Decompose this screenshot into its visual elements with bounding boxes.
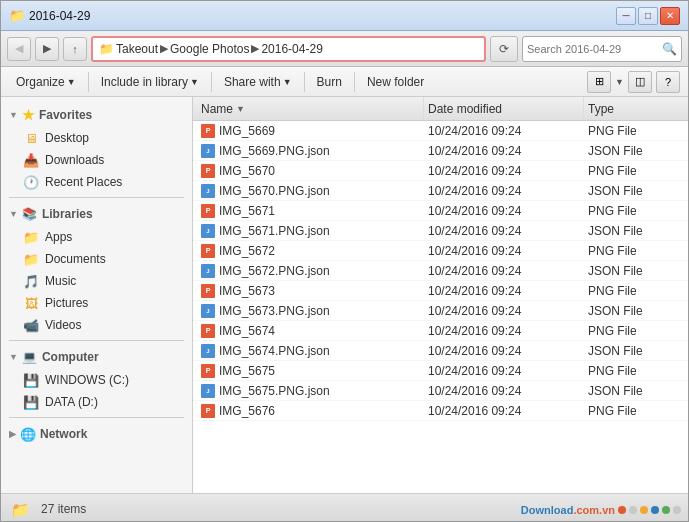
file-name: IMG_5673 <box>219 284 275 298</box>
col-name-sort-icon: ▼ <box>236 104 245 114</box>
file-name-cell: PIMG_5676 <box>197 404 424 418</box>
search-icon: 🔍 <box>662 42 677 56</box>
col-header-name[interactable]: Name ▼ <box>197 97 424 120</box>
col-modified-label: Date modified <box>428 102 502 116</box>
search-box[interactable]: 🔍 <box>522 36 682 62</box>
sidebar-item-data-d-label: DATA (D:) <box>45 395 98 409</box>
help-button[interactable]: ? <box>656 71 680 93</box>
toolbar-separator-1 <box>88 72 89 92</box>
status-item-count: 27 items <box>41 502 86 516</box>
sidebar-divider-3 <box>9 417 184 418</box>
table-row[interactable]: PIMG_5670 10/24/2016 09:24 PNG File <box>193 161 688 181</box>
json-icon: J <box>201 224 215 238</box>
path-part-3[interactable]: 2016-04-29 <box>261 42 322 56</box>
file-name: IMG_5670 <box>219 164 275 178</box>
table-row[interactable]: PIMG_5676 10/24/2016 09:24 PNG File <box>193 401 688 421</box>
network-icon: 🌐 <box>20 426 36 442</box>
sidebar-item-desktop-label: Desktop <box>45 131 89 145</box>
table-row[interactable]: JIMG_5675.PNG.json 10/24/2016 09:24 JSON… <box>193 381 688 401</box>
col-name-label: Name <box>201 102 233 116</box>
sidebar-item-recent-places[interactable]: 🕐 Recent Places <box>1 171 192 193</box>
file-type-cell: PNG File <box>584 124 684 138</box>
sidebar-item-windows-c[interactable]: 💾 WINDOWS (C:) <box>1 369 192 391</box>
file-type-cell: JSON File <box>584 264 684 278</box>
dot-2 <box>629 506 637 514</box>
table-row[interactable]: PIMG_5671 10/24/2016 09:24 PNG File <box>193 201 688 221</box>
title-bar-left: 📁 2016-04-29 <box>9 8 90 23</box>
sidebar-favorites-header[interactable]: ▼ ★ Favorites <box>1 103 192 127</box>
table-row[interactable]: JIMG_5674.PNG.json 10/24/2016 09:24 JSON… <box>193 341 688 361</box>
file-type-cell: JSON File <box>584 384 684 398</box>
address-path[interactable]: 📁 Takeout ▶ Google Photos ▶ 2016-04-29 <box>91 36 486 62</box>
table-row[interactable]: JIMG_5671.PNG.json 10/24/2016 09:24 JSON… <box>193 221 688 241</box>
burn-label: Burn <box>317 75 342 89</box>
back-button[interactable]: ◀ <box>7 37 31 61</box>
table-row[interactable]: JIMG_5672.PNG.json 10/24/2016 09:24 JSON… <box>193 261 688 281</box>
json-icon: J <box>201 344 215 358</box>
file-name-cell: PIMG_5675 <box>197 364 424 378</box>
sidebar-item-apps[interactable]: 📁 Apps <box>1 226 192 248</box>
file-modified-cell: 10/24/2016 09:24 <box>424 244 584 258</box>
table-row[interactable]: JIMG_5669.PNG.json 10/24/2016 09:24 JSON… <box>193 141 688 161</box>
sidebar-libraries-header[interactable]: ▼ 📚 Libraries <box>1 202 192 226</box>
table-row[interactable]: PIMG_5675 10/24/2016 09:24 PNG File <box>193 361 688 381</box>
preview-pane-button[interactable]: ◫ <box>628 71 652 93</box>
dot-6 <box>673 506 681 514</box>
forward-button[interactable]: ▶ <box>35 37 59 61</box>
pictures-folder-icon: 🖼 <box>23 295 39 311</box>
sidebar-item-downloads[interactable]: 📥 Downloads <box>1 149 192 171</box>
file-name-cell: PIMG_5672 <box>197 244 424 258</box>
png-icon: P <box>201 284 215 298</box>
path-part-1[interactable]: Takeout <box>116 42 158 56</box>
title-bar-controls: ─ □ ✕ <box>616 7 680 25</box>
organize-button[interactable]: Organize ▼ <box>9 72 83 92</box>
file-name-cell: JIMG_5674.PNG.json <box>197 344 424 358</box>
path-part-2[interactable]: Google Photos <box>170 42 249 56</box>
network-label: Network <box>40 427 87 441</box>
col-type-label: Type <box>588 102 614 116</box>
col-header-type[interactable]: Type <box>584 97 684 120</box>
sidebar-item-desktop[interactable]: 🖥 Desktop <box>1 127 192 149</box>
sidebar-computer-section: ▼ 💻 Computer 💾 WINDOWS (C:) 💾 DATA (D:) <box>1 345 192 413</box>
new-folder-button[interactable]: New folder <box>360 72 431 92</box>
sidebar-favorites-section: ▼ ★ Favorites 🖥 Desktop 📥 Downloads 🕐 Re… <box>1 103 192 193</box>
table-row[interactable]: JIMG_5673.PNG.json 10/24/2016 09:24 JSON… <box>193 301 688 321</box>
sidebar-computer-header[interactable]: ▼ 💻 Computer <box>1 345 192 369</box>
table-row[interactable]: PIMG_5674 10/24/2016 09:24 PNG File <box>193 321 688 341</box>
file-name: IMG_5674 <box>219 324 275 338</box>
include-library-button[interactable]: Include in library ▼ <box>94 72 206 92</box>
share-with-button[interactable]: Share with ▼ <box>217 72 299 92</box>
minimize-button[interactable]: ─ <box>616 7 636 25</box>
table-row[interactable]: PIMG_5673 10/24/2016 09:24 PNG File <box>193 281 688 301</box>
table-row[interactable]: PIMG_5669 10/24/2016 09:24 PNG File <box>193 121 688 141</box>
file-name: IMG_5669 <box>219 124 275 138</box>
file-type-cell: PNG File <box>584 204 684 218</box>
window-title: 2016-04-29 <box>29 9 90 23</box>
file-type-cell: PNG File <box>584 364 684 378</box>
up-button[interactable]: ↑ <box>63 37 87 61</box>
col-header-modified[interactable]: Date modified <box>424 97 584 120</box>
close-button[interactable]: ✕ <box>660 7 680 25</box>
refresh-button[interactable]: ⟳ <box>490 36 518 62</box>
sidebar-item-documents[interactable]: 📁 Documents <box>1 248 192 270</box>
file-type-cell: PNG File <box>584 324 684 338</box>
sidebar-network-header[interactable]: ▶ 🌐 Network <box>1 422 192 446</box>
view-options-button[interactable]: ⊞ <box>587 71 611 93</box>
sidebar-item-videos[interactable]: 📹 Videos <box>1 314 192 336</box>
include-dropdown-icon: ▼ <box>190 77 199 87</box>
json-icon: J <box>201 304 215 318</box>
png-icon: P <box>201 364 215 378</box>
videos-folder-icon: 📹 <box>23 317 39 333</box>
table-row[interactable]: JIMG_5670.PNG.json 10/24/2016 09:24 JSON… <box>193 181 688 201</box>
sidebar-item-data-d[interactable]: 💾 DATA (D:) <box>1 391 192 413</box>
maximize-button[interactable]: □ <box>638 7 658 25</box>
search-input[interactable] <box>527 43 658 55</box>
path-separator-2: ▶ <box>251 42 259 55</box>
table-row[interactable]: PIMG_5672 10/24/2016 09:24 PNG File <box>193 241 688 261</box>
dot-4 <box>651 506 659 514</box>
sidebar-item-music[interactable]: 🎵 Music <box>1 270 192 292</box>
sidebar-item-videos-label: Videos <box>45 318 81 332</box>
sidebar-item-pictures[interactable]: 🖼 Pictures <box>1 292 192 314</box>
burn-button[interactable]: Burn <box>310 72 349 92</box>
file-type-cell: JSON File <box>584 224 684 238</box>
